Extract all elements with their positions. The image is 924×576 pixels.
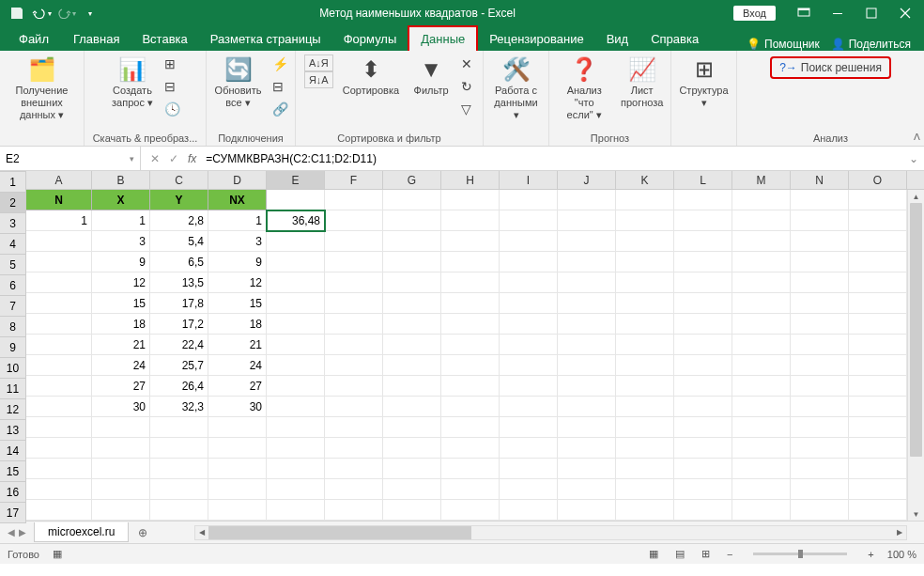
name-box[interactable]: ▾ bbox=[0, 147, 141, 170]
row-header-11[interactable]: 11 bbox=[0, 379, 25, 399]
cell-O4[interactable] bbox=[849, 252, 907, 272]
cell-K4[interactable] bbox=[616, 252, 674, 272]
cell-G14[interactable] bbox=[383, 459, 441, 479]
col-header-G[interactable]: G bbox=[383, 171, 441, 189]
cell-C3[interactable]: 5,4 bbox=[150, 231, 208, 252]
cell-K2[interactable] bbox=[616, 210, 674, 231]
cell-O7[interactable] bbox=[849, 314, 907, 335]
scroll-up-icon[interactable]: ▲ bbox=[908, 190, 924, 203]
cell-L14[interactable] bbox=[674, 459, 732, 479]
login-button[interactable]: Вход bbox=[733, 6, 776, 21]
cell-E13[interactable] bbox=[267, 438, 325, 459]
cell-N4[interactable] bbox=[791, 252, 849, 272]
cell-A16[interactable] bbox=[26, 500, 92, 521]
cell-H12[interactable] bbox=[441, 417, 500, 438]
cell-J3[interactable] bbox=[558, 231, 616, 252]
cell-J15[interactable] bbox=[558, 479, 616, 500]
cell-N9[interactable] bbox=[791, 355, 849, 376]
cell-L9[interactable] bbox=[674, 355, 732, 376]
cell-K8[interactable] bbox=[616, 335, 674, 355]
cell-K10[interactable] bbox=[616, 376, 674, 397]
cell-B16[interactable] bbox=[92, 500, 150, 521]
cell-E5[interactable] bbox=[267, 272, 325, 293]
cell-G3[interactable] bbox=[383, 231, 441, 252]
cell-F13[interactable] bbox=[325, 438, 383, 459]
cell-M12[interactable] bbox=[732, 417, 791, 438]
undo-icon[interactable]: ▾ bbox=[30, 2, 53, 24]
row-header-2[interactable]: 2 bbox=[0, 193, 25, 213]
cell-H1[interactable] bbox=[441, 190, 500, 210]
tab-formulas[interactable]: Формулы bbox=[332, 27, 408, 51]
cell-H9[interactable] bbox=[441, 355, 500, 376]
cell-K11[interactable] bbox=[616, 397, 674, 417]
cell-M1[interactable] bbox=[732, 190, 791, 210]
cell-A4[interactable] bbox=[26, 252, 92, 272]
row-header-8[interactable]: 8 bbox=[0, 317, 25, 337]
cell-J7[interactable] bbox=[558, 314, 616, 335]
sort-za-icon[interactable]: Я↓А bbox=[304, 71, 333, 88]
forecast-sheet-button[interactable]: 📈 Лист прогноза bbox=[619, 54, 665, 111]
cell-E1[interactable] bbox=[267, 190, 325, 210]
cell-M14[interactable] bbox=[732, 459, 791, 479]
cell-K14[interactable] bbox=[616, 459, 674, 479]
page-break-view-icon[interactable]: ⊞ bbox=[698, 548, 714, 560]
cell-H16[interactable] bbox=[441, 500, 500, 521]
cell-D13[interactable] bbox=[208, 438, 267, 459]
cell-K7[interactable] bbox=[616, 314, 674, 335]
cell-L13[interactable] bbox=[674, 438, 732, 459]
cell-L3[interactable] bbox=[674, 231, 732, 252]
cell-L6[interactable] bbox=[674, 293, 732, 314]
row-header-1[interactable]: 1 bbox=[0, 172, 25, 193]
cell-A10[interactable] bbox=[26, 376, 92, 397]
hscroll-thumb[interactable] bbox=[208, 526, 471, 539]
cell-F5[interactable] bbox=[325, 272, 383, 293]
cell-A9[interactable] bbox=[26, 355, 92, 376]
cell-D10[interactable]: 27 bbox=[208, 376, 267, 397]
cell-E3[interactable] bbox=[267, 231, 325, 252]
tab-review[interactable]: Рецензирование bbox=[478, 27, 594, 51]
recent-sources-icon[interactable]: 🕓 bbox=[162, 100, 182, 118]
col-header-K[interactable]: K bbox=[616, 171, 674, 189]
tab-data[interactable]: Данные bbox=[408, 25, 478, 51]
cell-B1[interactable]: X bbox=[92, 190, 150, 210]
cell-G13[interactable] bbox=[383, 438, 441, 459]
cell-M10[interactable] bbox=[732, 376, 791, 397]
tell-me-button[interactable]: 💡Помощник bbox=[747, 38, 820, 51]
cell-H5[interactable] bbox=[441, 272, 500, 293]
cell-N7[interactable] bbox=[791, 314, 849, 335]
cell-G5[interactable] bbox=[383, 272, 441, 293]
cell-F6[interactable] bbox=[325, 293, 383, 314]
cell-H8[interactable] bbox=[441, 335, 500, 355]
cell-N5[interactable] bbox=[791, 272, 849, 293]
cell-H3[interactable] bbox=[441, 231, 500, 252]
cell-E16[interactable] bbox=[267, 500, 325, 521]
cell-A7[interactable] bbox=[26, 314, 92, 335]
cell-J6[interactable] bbox=[558, 293, 616, 314]
col-header-M[interactable]: M bbox=[732, 171, 791, 189]
cell-H4[interactable] bbox=[441, 252, 500, 272]
cell-D7[interactable]: 18 bbox=[208, 314, 267, 335]
cell-H7[interactable] bbox=[441, 314, 500, 335]
cell-N10[interactable] bbox=[791, 376, 849, 397]
row-header-4[interactable]: 4 bbox=[0, 234, 25, 255]
cells-area[interactable]: NXYNX112,8136,4835,4396,591213,5121517,8… bbox=[26, 190, 924, 521]
cell-D16[interactable] bbox=[208, 500, 267, 521]
cell-D14[interactable] bbox=[208, 459, 267, 479]
cell-H2[interactable] bbox=[441, 210, 500, 231]
vertical-scrollbar[interactable]: ▲ ▼ bbox=[907, 190, 924, 521]
scroll-right-icon[interactable]: ▶ bbox=[893, 526, 906, 539]
cell-A13[interactable] bbox=[26, 438, 92, 459]
cell-F3[interactable] bbox=[325, 231, 383, 252]
cell-D15[interactable] bbox=[208, 479, 267, 500]
cell-H13[interactable] bbox=[441, 438, 500, 459]
cell-K1[interactable] bbox=[616, 190, 674, 210]
cell-I11[interactable] bbox=[500, 397, 558, 417]
close-icon[interactable] bbox=[890, 2, 920, 24]
cell-O9[interactable] bbox=[849, 355, 907, 376]
cell-G12[interactable] bbox=[383, 417, 441, 438]
cell-I7[interactable] bbox=[500, 314, 558, 335]
cell-E6[interactable] bbox=[267, 293, 325, 314]
sort-button[interactable]: ⬍ Сортировка bbox=[339, 54, 403, 99]
cell-I10[interactable] bbox=[500, 376, 558, 397]
cell-A1[interactable]: N bbox=[26, 190, 92, 210]
